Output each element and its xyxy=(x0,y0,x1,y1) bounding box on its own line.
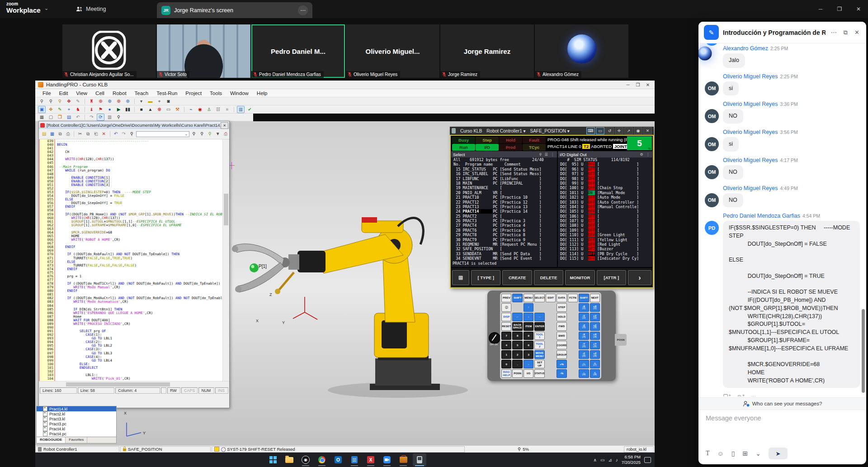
sim-tool-icon-16[interactable]: ⌁ xyxy=(187,106,195,113)
view-tool-icon-5[interactable]: ✎ xyxy=(74,98,82,105)
minimize-button[interactable]: ─ xyxy=(811,0,830,18)
key-enter[interactable]: ENTER xyxy=(534,322,544,331)
view-tool-icon-13[interactable]: ⌖ xyxy=(156,98,163,105)
chevron-down-icon[interactable]: ⌄ xyxy=(755,450,761,457)
key--x[interactable]: -X(J1) xyxy=(579,303,589,312)
app-titlebar[interactable]: HandlingPRO - Curso KLB xyxy=(35,81,655,89)
key-item[interactable]: ITEM xyxy=(524,322,533,331)
sim-tool-icon-19[interactable]: ☷ xyxy=(214,106,222,113)
program-row-pract4[interactable]: 27 PRACT4 PC [Practica 4 ] xyxy=(451,223,557,228)
chat-message[interactable]: OMOliverio Miguel Reyes3:56 PMsi xyxy=(705,129,860,152)
key-backspace[interactable]: BACK SPACE xyxy=(512,322,522,331)
mini-screen-icon[interactable]: ▭ xyxy=(596,127,604,134)
key-+x[interactable]: +X(J1) xyxy=(590,303,600,312)
program-row-reqmenu[interactable]: 31 REQMENU MR [Request PC Menu ] xyxy=(451,242,557,247)
chat-message[interactable]: OMOliverio Miguel Reyes3:36 PMNO xyxy=(705,101,860,124)
chat-message[interactable]: OMOliverio Miguel Reyes4:17 PMNO xyxy=(705,157,860,180)
taskbar-clock[interactable]: 6:58 PM 7/20/2025 xyxy=(622,454,641,465)
key-shift[interactable]: SHIFT xyxy=(512,294,522,302)
key--[interactable]: -(J7) xyxy=(579,360,589,368)
taskbar-file-explorer-icon[interactable] xyxy=(283,453,296,466)
io-row-do107[interactable]: DO[ 107] U OFF [ ] xyxy=(558,219,652,223)
format-icon[interactable]: T xyxy=(706,450,710,457)
program-row-pract12[interactable]: 22 PRACT12 PC [Practica 12 ] xyxy=(451,200,557,205)
taskbar-outlook-icon[interactable]: O xyxy=(331,453,345,466)
key-step[interactable]: STEP xyxy=(557,303,566,312)
tree-item[interactable]: Pract14.kl xyxy=(37,406,116,411)
program-row-senddata[interactable]: 33 SENDDATA MR [Send PC Data ] xyxy=(451,252,557,256)
editor-close-button[interactable]: ✕ xyxy=(221,122,228,129)
key-menu[interactable]: MENU xyxy=(524,294,533,302)
key-+z[interactable]: +Z(J6) xyxy=(590,350,600,359)
key-setup[interactable]: SET UP xyxy=(534,360,544,368)
taskbar-zoom-icon[interactable] xyxy=(380,453,394,466)
io-row-do106[interactable]: DO[ 106] U OFF [ ] xyxy=(558,214,652,219)
io-row-do111[interactable]: DO[ 111] U OFF [Yellow Light ] xyxy=(558,238,652,242)
more-actions-icon[interactable]: ⋯ xyxy=(750,393,756,396)
video-tile-3[interactable]: Pedro Daniel M...Pedro Daniel Mendoza Ga… xyxy=(251,24,345,78)
key-posn[interactable]: POSN xyxy=(512,369,522,378)
editor-tool-icon-5[interactable]: ✂ xyxy=(76,130,84,138)
sim-tool-icon-4[interactable]: ⌖ xyxy=(65,106,73,113)
sim-tool-icon-21[interactable]: ▥ xyxy=(237,106,245,113)
key--%[interactable]: -% xyxy=(557,369,566,378)
edit-tool-icon-6[interactable]: ↷ xyxy=(88,114,95,121)
view-tool-icon-10[interactable]: ⊕ xyxy=(124,98,132,105)
program-row-maintenance[interactable]: 19 MAINTENANCE [ ] xyxy=(451,186,557,190)
key-group[interactable]: GROUP xyxy=(557,350,566,359)
maximize-button[interactable]: ❐ xyxy=(830,0,849,18)
io-row-do103[interactable]: DO[ 103] U OFF [Auto Controller ] xyxy=(558,200,652,205)
tree-item[interactable]: Pract4.pc xyxy=(37,431,116,436)
video-tile-2[interactable]: Victor Soto xyxy=(157,24,250,78)
key-4[interactable]: 4 xyxy=(501,341,511,349)
key--y[interactable]: -Y(J2) xyxy=(579,313,589,321)
edit-tool-icon-8[interactable]: ▥ xyxy=(106,114,113,121)
editor-tool-icon-6[interactable]: ⧉ xyxy=(85,130,92,138)
app-restore-button[interactable]: ❐ xyxy=(633,81,643,89)
menu-window[interactable]: Window xyxy=(226,91,252,96)
display-icon[interactable]: ▭ xyxy=(600,457,604,462)
volume-icon[interactable]: ♪ xyxy=(616,457,618,462)
find-combobox[interactable]: ⌄ xyxy=(136,131,189,137)
sim-tool-icon-5[interactable]: ♞ xyxy=(74,106,82,113)
fkey-attr-button[interactable]: [ATTR ] xyxy=(597,270,626,285)
io-row-do109[interactable]: DO[ 109] U OFF [ ] xyxy=(558,228,652,233)
emoji-icon[interactable]: ☺ xyxy=(717,450,724,457)
key-data[interactable]: DATA xyxy=(557,294,566,302)
edit-tool-icon-5[interactable]: ↶ xyxy=(74,114,82,121)
sim-tool-icon-17[interactable]: ◉ xyxy=(196,106,204,113)
sim-tool-icon-11[interactable]: ■ xyxy=(137,106,145,113)
video-tile-1[interactable]: Christian Alejandro Aguilar So... xyxy=(62,24,156,78)
editor-tool2-icon-4[interactable]: ▼ xyxy=(214,130,222,138)
io-row-do98[interactable]: DO[ 98] U OFF [ ] xyxy=(558,176,652,181)
view-tool-icon-11[interactable]: ▾ xyxy=(137,98,145,105)
fkey-create-button[interactable]: CREATE xyxy=(502,270,532,285)
view-tool-icon-1[interactable]: ⚲ xyxy=(38,98,46,105)
help-icon[interactable]: ◉ xyxy=(634,127,642,134)
pendant-position-select[interactable]: SAFE_POSITION ▾ xyxy=(530,129,570,133)
editor-tool-icon-7[interactable]: ⎗ xyxy=(92,130,99,138)
program-row-pract8[interactable]: 29 PRACT8 PC [Practica 8 ] xyxy=(451,233,557,237)
select-pane-header[interactable]: Select⚲ ☰ ⋮ xyxy=(451,151,557,157)
edit-tool-icon-3[interactable]: ❒ xyxy=(56,114,64,121)
key-tool1[interactable]: TOOL 1 xyxy=(534,332,544,340)
editor-vscrollbar[interactable] xyxy=(222,139,229,381)
key-next[interactable]: NEXT xyxy=(590,294,600,302)
key-6[interactable]: 6 xyxy=(524,341,533,349)
key-+y[interactable]: +Y(J2) xyxy=(590,313,600,321)
io-row-do96[interactable]: DO[ 96] U OFF [ ] xyxy=(558,167,652,172)
io-row-do113[interactable]: DO[ 113] U OFF [Buzzer ] xyxy=(558,247,652,251)
tab-more-button[interactable]: ⋯ xyxy=(298,5,308,15)
chat-more-button[interactable]: ⋯ xyxy=(830,29,838,36)
key-io[interactable]: I/O xyxy=(524,369,533,378)
jog-icon[interactable]: ↗ xyxy=(624,127,633,134)
menu-test-run[interactable]: Test-Run xyxy=(153,91,181,96)
program-row-pract3[interactable]: 26 PRACT3 PC [Practica 3 ] xyxy=(451,219,557,223)
sim-tool-icon-7[interactable]: ⚑ xyxy=(97,106,104,113)
network-icon[interactable]: ⊿ xyxy=(608,457,612,462)
reply-icon[interactable]: 🗨⁺ xyxy=(723,393,731,396)
io-row-do105[interactable]: DO[ 105] U OFF [ ] xyxy=(558,209,652,214)
posn-side-tab[interactable]: POSN xyxy=(615,334,627,346)
editor-tool-icon-11[interactable]: ⚲ xyxy=(128,130,136,138)
program-row-sendevnt[interactable]: 34 SENDEVNT MR [Send PC Event ] xyxy=(451,256,557,261)
